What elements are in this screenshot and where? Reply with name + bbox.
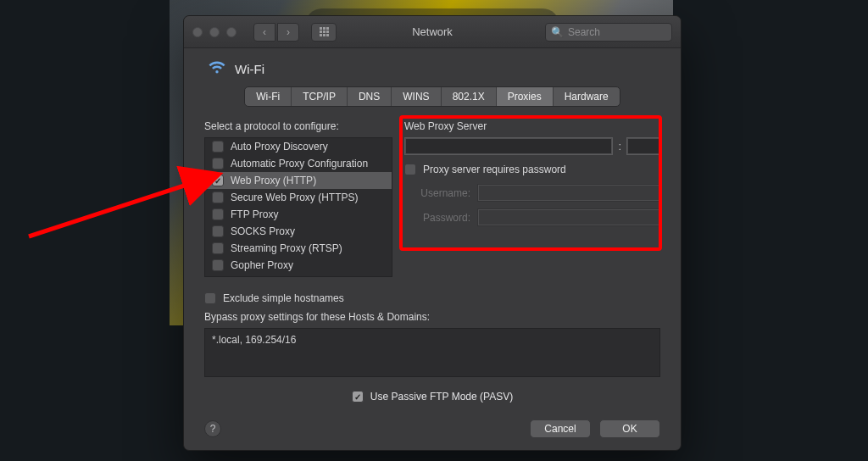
chevron-right-icon: › <box>287 26 290 38</box>
passive-ftp-label: Use Passive FTP Mode (PASV) <box>370 391 513 403</box>
tab-proxies[interactable]: Proxies <box>497 87 554 106</box>
protocol-checkbox[interactable] <box>212 158 224 169</box>
protocol-checkbox[interactable] <box>212 208 224 220</box>
forward-button[interactable]: › <box>277 23 299 42</box>
protocol-label: Automatic Proxy Configuration <box>231 158 368 169</box>
protocol-label: Gopher Proxy <box>231 259 293 271</box>
protocol-list[interactable]: Auto Proxy DiscoveryAutomatic Proxy Conf… <box>204 137 392 277</box>
protocol-row[interactable]: Automatic Proxy Configuration <box>205 155 392 172</box>
protocol-list-label: Select a protocol to configure: <box>204 120 392 132</box>
exclude-simple-hostnames-checkbox[interactable] <box>204 292 216 304</box>
bypass-label: Bypass proxy settings for these Hosts & … <box>204 311 660 323</box>
password-input <box>477 208 660 226</box>
protocol-row[interactable]: SOCKS Proxy <box>205 223 392 240</box>
annotation-highlight-box <box>399 115 662 251</box>
grid-icon <box>320 27 329 36</box>
tab-wi-fi[interactable]: Wi-Fi <box>245 87 292 106</box>
titlebar: ‹ › Network 🔍 <box>184 16 681 48</box>
help-button[interactable]: ? <box>204 420 221 437</box>
username-label: Username: <box>404 187 470 199</box>
proxy-host-input[interactable] <box>404 137 613 155</box>
requires-password-label: Proxy server requires password <box>423 164 566 175</box>
tab-tcp-ip[interactable]: TCP/IP <box>292 87 348 106</box>
minimize-window-button[interactable] <box>209 27 220 37</box>
passive-ftp-checkbox[interactable] <box>352 391 364 403</box>
protocol-label: FTP Proxy <box>231 208 278 220</box>
protocol-row[interactable]: Streaming Proxy (RTSP) <box>205 240 392 257</box>
tab-hardware[interactable]: Hardware <box>554 87 620 106</box>
host-port-separator: : <box>618 140 621 153</box>
protocol-checkbox[interactable] <box>212 225 224 237</box>
search-field-container: 🔍 <box>545 23 672 42</box>
proxy-port-input[interactable] <box>626 137 660 155</box>
back-button[interactable]: ‹ <box>253 23 275 42</box>
exclude-simple-hostnames-label: Exclude simple hostnames <box>223 292 344 304</box>
protocol-row[interactable]: Gopher Proxy <box>205 257 392 274</box>
network-preferences-window: ‹ › Network 🔍 Wi-Fi Wi-FiTCP/IPDNSWINS80… <box>183 15 682 451</box>
show-all-button[interactable] <box>311 23 337 42</box>
protocol-label: Web Proxy (HTTP) <box>231 175 316 186</box>
protocol-checkbox[interactable] <box>212 192 224 203</box>
username-input <box>477 184 660 202</box>
search-input[interactable] <box>568 26 695 38</box>
zoom-window-button[interactable] <box>226 27 236 37</box>
protocol-label: Auto Proxy Discovery <box>231 141 328 153</box>
tab-wins[interactable]: WINS <box>392 87 441 106</box>
protocol-row[interactable]: Web Proxy (HTTP) <box>205 172 392 189</box>
proxy-server-label: Web Proxy Server <box>404 120 660 132</box>
tab-dns[interactable]: DNS <box>348 87 392 106</box>
protocol-checkbox[interactable] <box>212 259 224 271</box>
protocol-row[interactable]: Auto Proxy Discovery <box>205 138 392 155</box>
ok-button[interactable]: OK <box>599 419 660 438</box>
cancel-button[interactable]: Cancel <box>530 419 591 438</box>
protocol-label: Secure Web Proxy (HTTPS) <box>231 192 358 203</box>
interface-name: Wi-Fi <box>235 62 264 76</box>
tab-802-1x[interactable]: 802.1X <box>442 87 497 106</box>
interface-header: Wi-Fi <box>208 60 660 78</box>
password-label: Password: <box>404 212 470 224</box>
protocol-checkbox[interactable] <box>212 242 224 254</box>
requires-password-checkbox[interactable] <box>404 164 416 175</box>
traffic-lights <box>192 27 236 37</box>
tab-bar: Wi-FiTCP/IPDNSWINS802.1XProxiesHardware <box>244 86 620 107</box>
protocol-row[interactable]: FTP Proxy <box>205 206 392 223</box>
chevron-left-icon: ‹ <box>263 26 266 38</box>
help-icon: ? <box>210 423 216 435</box>
wifi-icon <box>208 60 226 78</box>
protocol-label: SOCKS Proxy <box>231 225 295 237</box>
bypass-textarea[interactable] <box>204 328 660 377</box>
protocol-checkbox[interactable] <box>212 175 224 186</box>
search-icon: 🔍 <box>551 26 564 38</box>
close-window-button[interactable] <box>192 27 203 37</box>
protocol-label: Streaming Proxy (RTSP) <box>231 242 342 254</box>
protocol-row[interactable]: Secure Web Proxy (HTTPS) <box>205 189 392 206</box>
protocol-checkbox[interactable] <box>212 141 224 153</box>
